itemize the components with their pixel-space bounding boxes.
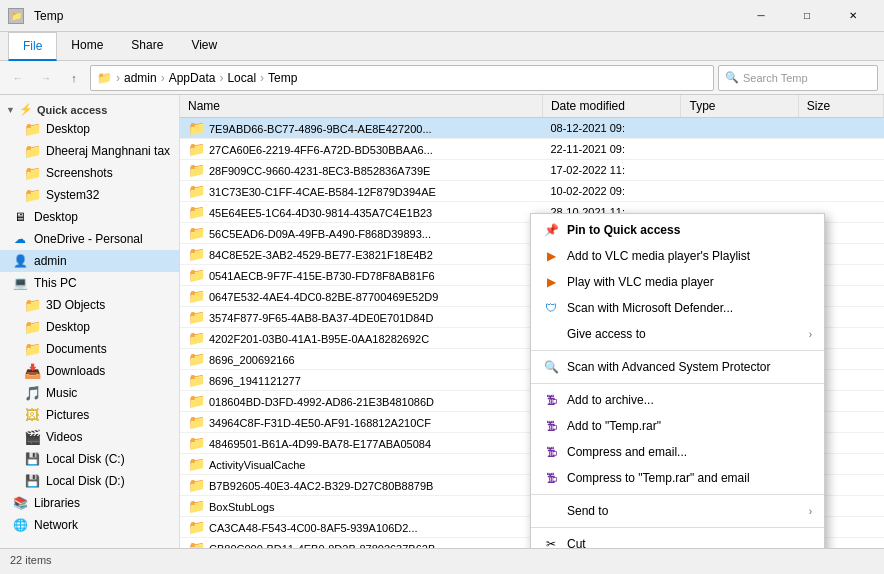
file-date-cell: 10-02-2022 09: [542, 181, 681, 202]
sidebar-item-drive-c[interactable]: 💾 Local Disk (C:) [0, 448, 179, 470]
ctx-add-temp-rar[interactable]: 🗜 Add to "Temp.rar" [531, 413, 824, 439]
col-header-date[interactable]: Date modified [542, 95, 681, 118]
ctx-cut[interactable]: ✂ Cut [531, 531, 824, 548]
file-name-cell: 📁CA3CA48-F543-4C00-8AF5-939A106D2... [180, 517, 542, 538]
col-header-type[interactable]: Type [681, 95, 798, 118]
sidebar-item-screenshots[interactable]: 📁 Screenshots [0, 162, 179, 184]
ctx-pin-quick-access[interactable]: 📌 Pin to Quick access [531, 217, 824, 243]
file-date-cell: 17-02-2022 11: [542, 160, 681, 181]
address-admin[interactable]: admin [124, 71, 157, 85]
sidebar-item-onedrive[interactable]: ☁ OneDrive - Personal [0, 228, 179, 250]
ctx-separator-2 [531, 383, 824, 384]
sidebar-item-label: Desktop [34, 210, 78, 224]
address-appdata[interactable]: AppData [169, 71, 216, 85]
file-type-icon: 📁 [188, 435, 205, 451]
ctx-separator-3 [531, 494, 824, 495]
sidebar: ▼ ⚡ Quick access 📁 Desktop 📁 Dheeraj Man… [0, 95, 180, 548]
file-type-icon: 📁 [188, 246, 205, 262]
folder-icon: 📁 [24, 319, 40, 335]
forward-button[interactable]: → [34, 66, 58, 90]
ribbon-tabs: File Home Share View [0, 32, 884, 60]
col-header-name[interactable]: Name [180, 95, 542, 118]
sidebar-item-pictures[interactable]: 🖼 Pictures [0, 404, 179, 426]
sidebar-item-libraries[interactable]: 📚 Libraries [0, 492, 179, 514]
window-controls[interactable]: ─ □ ✕ [738, 0, 876, 32]
back-button[interactable]: ← [6, 66, 30, 90]
address-folder-icon: 📁 [97, 71, 112, 85]
sidebar-item-music[interactable]: 🎵 Music [0, 382, 179, 404]
file-type-cell [681, 181, 798, 202]
col-header-size[interactable]: Size [798, 95, 883, 118]
sidebar-item-label: Local Disk (D:) [46, 474, 125, 488]
file-type-icon: 📁 [188, 414, 205, 430]
ctx-compress-temp-email[interactable]: 🗜 Compress to "Temp.rar" and email [531, 465, 824, 491]
maximize-button[interactable]: □ [784, 0, 830, 32]
up-button[interactable]: ↑ [62, 66, 86, 90]
sidebar-item-downloads[interactable]: 📥 Downloads [0, 360, 179, 382]
close-button[interactable]: ✕ [830, 0, 876, 32]
ctx-scan-asp[interactable]: 🔍 Scan with Advanced System Protector [531, 354, 824, 380]
sidebar-item-desktop3[interactable]: 📁 Desktop [0, 316, 179, 338]
sidebar-item-label: System32 [46, 188, 99, 202]
rar2-icon: 🗜 [543, 418, 559, 434]
ctx-send-to[interactable]: Send to › [531, 498, 824, 524]
window-title: Temp [34, 9, 63, 23]
table-row[interactable]: 📁31C73E30-C1FF-4CAE-B584-12F879D394AE 10… [180, 181, 884, 202]
file-type-icon: 📁 [188, 288, 205, 304]
sidebar-item-this-pc[interactable]: 💻 This PC [0, 272, 179, 294]
folder-icon: 🖼 [24, 407, 40, 423]
file-name-cell: 📁34964C8F-F31D-4E50-AF91-168812A210CF [180, 412, 542, 433]
file-name-cell: 📁27CA60E6-2219-4FF6-A72D-BD530BBAA6... [180, 139, 542, 160]
address-bar[interactable]: 📁 › admin › AppData › Local › Temp [90, 65, 714, 91]
asp-icon: 🔍 [543, 359, 559, 375]
table-row[interactable]: 📁27CA60E6-2219-4FF6-A72D-BD530BBAA6... 2… [180, 139, 884, 160]
compress-icon: 🗜 [543, 444, 559, 460]
table-row[interactable]: 📁28F909CC-9660-4231-8EC3-B852836A739E 17… [180, 160, 884, 181]
search-bar[interactable]: 🔍 Search Temp [718, 65, 878, 91]
sidebar-item-3d-objects[interactable]: 📁 3D Objects [0, 294, 179, 316]
user-icon: 👤 [12, 253, 28, 269]
tab-file[interactable]: File [8, 32, 57, 61]
file-area[interactable]: Name Date modified Type Size 📁7E9ABD66-B… [180, 95, 884, 548]
tab-home[interactable]: Home [57, 32, 117, 60]
address-local[interactable]: Local [227, 71, 256, 85]
ctx-give-access[interactable]: Give access to › [531, 321, 824, 347]
sidebar-item-drive-d[interactable]: 💾 Local Disk (D:) [0, 470, 179, 492]
vlc-icon: ▶ [543, 248, 559, 264]
ctx-compress-email[interactable]: 🗜 Compress and email... [531, 439, 824, 465]
status-bar: 22 items [0, 548, 884, 570]
table-row[interactable]: 📁7E9ABD66-BC77-4896-9BC4-AE8E427200... 0… [180, 118, 884, 139]
file-name-cell: 📁45E64EE5-1C64-4D30-9814-435A7C4E1B23 [180, 202, 542, 223]
file-type-icon: 📁 [188, 120, 205, 136]
sidebar-item-label: Downloads [46, 364, 105, 378]
tab-share[interactable]: Share [117, 32, 177, 60]
tab-view[interactable]: View [177, 32, 231, 60]
file-type-cell [681, 118, 798, 139]
compress2-icon: 🗜 [543, 470, 559, 486]
folder-icon: 📁 [24, 297, 40, 313]
sidebar-item-desktop2[interactable]: 🖥 Desktop [0, 206, 179, 228]
address-temp[interactable]: Temp [268, 71, 297, 85]
ctx-add-vlc-playlist[interactable]: ▶ Add to VLC media player's Playlist [531, 243, 824, 269]
file-type-icon: 📁 [188, 498, 205, 514]
file-type-icon: 📁 [188, 519, 205, 535]
sidebar-item-network[interactable]: 🌐 Network [0, 514, 179, 536]
sidebar-item-system32[interactable]: 📁 System32 [0, 184, 179, 206]
ctx-scan-defender[interactable]: 🛡 Scan with Microsoft Defender... [531, 295, 824, 321]
sidebar-item-desktop1[interactable]: 📁 Desktop [0, 118, 179, 140]
minimize-button[interactable]: ─ [738, 0, 784, 32]
quick-access-header[interactable]: ▼ ⚡ Quick access [0, 99, 179, 118]
file-size-cell [798, 139, 883, 160]
sidebar-item-label: OneDrive - Personal [34, 232, 143, 246]
sidebar-item-documents[interactable]: 📁 Documents [0, 338, 179, 360]
library-icon: 📚 [12, 495, 28, 511]
file-type-icon: 📁 [188, 183, 205, 199]
sidebar-item-label: Documents [46, 342, 107, 356]
file-type-icon: 📁 [188, 456, 205, 472]
ctx-play-vlc[interactable]: ▶ Play with VLC media player [531, 269, 824, 295]
sidebar-item-admin[interactable]: 👤 admin [0, 250, 179, 272]
sidebar-item-videos[interactable]: 🎬 Videos [0, 426, 179, 448]
pc-icon: 💻 [12, 275, 28, 291]
sidebar-item-dheeraj[interactable]: 📁 Dheeraj Manghnani tax [0, 140, 179, 162]
ctx-add-archive[interactable]: 🗜 Add to archive... [531, 387, 824, 413]
